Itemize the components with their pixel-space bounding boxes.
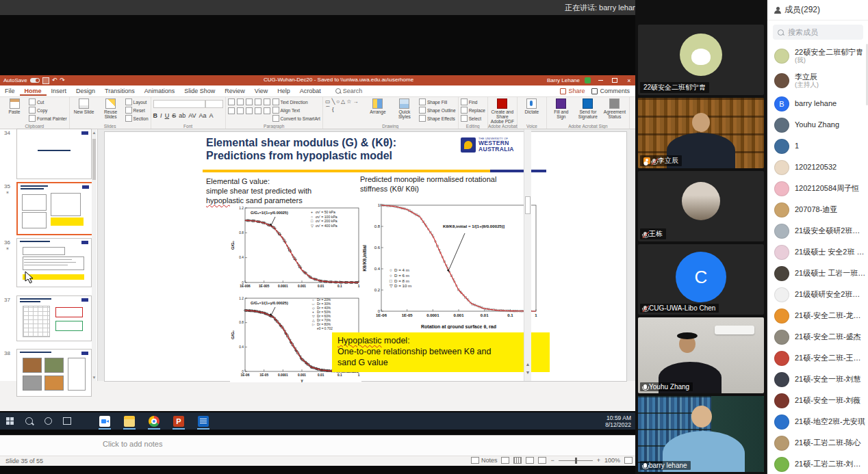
member-search-input[interactable]	[787, 27, 858, 37]
taskbar-clock[interactable]: 10:59 AM 8/12/2022	[605, 414, 635, 428]
text-direction-button[interactable]: Text Direction	[272, 98, 320, 105]
dictate-button[interactable]: Dictate	[520, 98, 544, 114]
member-row[interactable]: 21硕-安全二班-盛杰	[767, 326, 868, 347]
zoom-out-icon[interactable]: −	[550, 457, 554, 464]
new-slide-button[interactable]: New Slide	[72, 98, 97, 114]
member-row[interactable]: 21硕-工岩二班-刘金阳	[767, 453, 868, 474]
font-size-select[interactable]	[205, 100, 223, 108]
member-row[interactable]: 22硕安全二班郁宁胄(我)	[767, 44, 868, 68]
minimize-button[interactable]	[596, 76, 605, 85]
quick-styles-button[interactable]: Quick Styles	[392, 98, 417, 119]
member-row[interactable]: 李立辰(主持人)	[767, 68, 868, 93]
line-spacing-icon[interactable]	[264, 98, 270, 105]
shape-fill-button[interactable]: Shape Fill	[419, 98, 456, 105]
task-view-button[interactable]	[58, 412, 77, 430]
format-painter-button[interactable]: Format Painter	[29, 115, 67, 122]
align-text-button[interactable]: Align Text	[272, 107, 320, 114]
font-style-button-1[interactable]: I	[160, 112, 162, 119]
columns-icon[interactable]	[264, 107, 270, 114]
tab-acrobat[interactable]: Acrobat	[295, 86, 326, 96]
bullets-icon[interactable]	[228, 98, 235, 105]
scrollbar-thumb[interactable]	[525, 196, 531, 214]
slideshow-icon[interactable]	[538, 457, 546, 464]
find-button[interactable]: Find	[461, 98, 485, 105]
normal-view-icon[interactable]	[501, 457, 509, 464]
line-shape-icon[interactable]: ╲	[331, 98, 335, 105]
scroll-down-icon[interactable]: ▼	[92, 376, 97, 380]
numbering-icon[interactable]	[237, 98, 244, 105]
slide-thumbnail-panel[interactable]: 3435✶36✶3738▲▼	[0, 129, 98, 381]
comments-button[interactable]: Comments	[591, 88, 630, 94]
thumbnail-scrollbar[interactable]: ▲▼	[92, 129, 97, 381]
tab-insert[interactable]: Insert	[47, 86, 72, 96]
align-center-icon[interactable]	[237, 107, 244, 114]
font-name-select[interactable]	[153, 100, 205, 108]
zoom-slider[interactable]	[559, 460, 593, 461]
taskbar-file-explorer-button[interactable]	[120, 412, 138, 430]
agreement-status-button[interactable]: Agreement Status	[602, 98, 627, 119]
autosave-toggle[interactable]	[30, 78, 40, 83]
send-for-signature-button[interactable]: Send for Signature	[576, 98, 600, 119]
tab-slide-show[interactable]: Slide Show	[179, 86, 220, 96]
font-style-button-6[interactable]: Aa	[199, 112, 207, 119]
member-row[interactable]: 1202120532	[767, 157, 868, 178]
font-style-button-3[interactable]: S	[172, 112, 176, 119]
zoom-in-icon[interactable]: +	[597, 457, 600, 464]
member-row[interactable]: 21级硕士 安全2班 姚瑞	[767, 241, 868, 263]
powerpoint-titlebar[interactable]: AutoSave ↶ ↷ CUG-Wuhan-Dec20 - Saved to …	[0, 75, 635, 85]
member-row[interactable]: 207078-迪亚	[767, 199, 868, 220]
notes-placeholder[interactable]: Click to add notes	[103, 440, 162, 448]
section-button[interactable]: Section	[125, 115, 149, 122]
brace-shape-icon[interactable]: {	[332, 106, 334, 112]
align-right-icon[interactable]	[246, 107, 253, 114]
member-row[interactable]: Bbarry lehane	[767, 93, 868, 114]
tab-review[interactable]: Review	[220, 86, 250, 96]
taskbar-search-button[interactable]	[19, 412, 38, 430]
slide-thumbnail-37[interactable]	[16, 295, 92, 341]
indent-decrease-icon[interactable]	[246, 98, 253, 105]
member-row[interactable]: 21级安全硕研2班代维	[767, 220, 868, 241]
save-icon[interactable]	[42, 77, 49, 84]
slide-thumbnail-38[interactable]	[16, 349, 92, 397]
video-tile-22-[interactable]: 22硕安全二班郁宁胄	[638, 25, 764, 95]
cut-button[interactable]: Cut	[29, 98, 67, 105]
next-slide-button[interactable]: ▼	[524, 370, 531, 375]
tab-transitions[interactable]: Transitions	[100, 86, 140, 96]
tab-animations[interactable]: Animations	[140, 86, 180, 96]
restore-button[interactable]	[610, 76, 620, 85]
member-row[interactable]: 21硕-安全二班-龙镜元	[767, 305, 868, 326]
fill-and-sign-button[interactable]: Fill and Sign	[549, 98, 574, 119]
zoom-level[interactable]: 100%	[604, 457, 620, 464]
member-row[interactable]: 21硕-工岩二班-陈心	[767, 432, 868, 453]
font-style-button-2[interactable]: U	[165, 112, 170, 119]
star-shape-icon[interactable]: ☆	[346, 98, 351, 105]
fit-slide-icon[interactable]	[624, 457, 633, 464]
member-row[interactable]: 21硕-地空2班-尤安琪	[767, 411, 868, 432]
slide-canvas[interactable]: Elemental shear modulus (G) & (Kθ): Pred…	[104, 131, 627, 382]
member-row[interactable]: 21级硕研安全2班刘卓	[767, 284, 868, 305]
notes-pane[interactable]: Click to add notes	[0, 435, 635, 456]
font-style-button-7[interactable]: A	[209, 112, 214, 119]
taskbar-blue-docs-button[interactable]	[194, 412, 212, 430]
start-button[interactable]	[0, 412, 19, 430]
video-tile--[interactable]: 王栋	[638, 171, 764, 241]
shape-effects-button[interactable]: Shape Effects	[419, 115, 456, 122]
reset-button[interactable]: Reset	[125, 107, 149, 114]
slide-thumbnail-34[interactable]	[16, 129, 92, 179]
shape-outline-button[interactable]: Shape Outline	[419, 107, 456, 114]
member-row[interactable]: Youhu Zhang	[767, 114, 868, 135]
video-tile-barry-lehane[interactable]: barry lehane	[638, 396, 764, 472]
reuse-slides-button[interactable]: Reuse Slides	[99, 98, 123, 119]
tab-home[interactable]: Home	[20, 86, 47, 96]
taskbar-powerpoint-button[interactable]: P	[170, 412, 188, 430]
replace-button[interactable]: Replace	[461, 107, 485, 114]
redo-icon[interactable]: ↷	[60, 77, 65, 83]
share-button[interactable]: Share	[560, 88, 585, 94]
member-row[interactable]: 21硕-安全一班-刘薇	[767, 390, 868, 411]
convert-to-smartart-button[interactable]: Convert to SmartArt	[272, 115, 320, 122]
create-and-share-adobe-pdf-button[interactable]: Create and Share Adobe PDF	[490, 98, 515, 124]
cortana-button[interactable]	[38, 412, 58, 430]
font-style-button-0[interactable]: B	[153, 112, 158, 119]
previous-slide-button[interactable]: ▲	[524, 362, 531, 367]
arrange-button[interactable]: Arrange	[366, 98, 390, 114]
